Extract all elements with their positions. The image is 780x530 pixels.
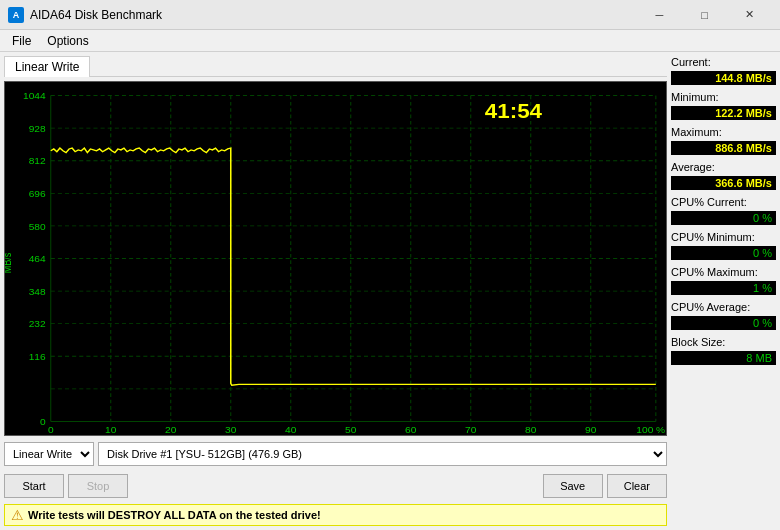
svg-text:116: 116 <box>29 351 46 361</box>
svg-text:464: 464 <box>29 254 47 264</box>
menu-bar: File Options <box>0 30 780 52</box>
svg-text:100 %: 100 % <box>636 425 665 435</box>
svg-text:0: 0 <box>40 417 46 427</box>
svg-text:1044: 1044 <box>23 91 46 101</box>
stop-button[interactable]: Stop <box>68 474 128 498</box>
controls-row: Linear Write Disk Drive #1 [YSU- 512GB] … <box>4 440 667 468</box>
start-button[interactable]: Start <box>4 474 64 498</box>
cpu-current-label: CPU% Current: <box>671 196 776 208</box>
svg-text:580: 580 <box>29 221 46 231</box>
tab-linear-write[interactable]: Linear Write <box>4 56 90 77</box>
svg-text:20: 20 <box>165 425 176 435</box>
app-icon: A <box>8 7 24 23</box>
current-label: Current: <box>671 56 776 68</box>
chart-svg: 1044 928 812 696 580 464 348 232 116 0 M… <box>5 82 666 435</box>
minimum-label: Minimum: <box>671 91 776 103</box>
current-value: 144.8 MB/s <box>671 71 776 85</box>
svg-text:70: 70 <box>465 425 476 435</box>
average-label: Average: <box>671 161 776 173</box>
left-panel: Linear Write <box>4 56 667 526</box>
warning-row: ⚠ Write tests will DESTROY ALL DATA on t… <box>4 504 667 526</box>
chart-area: 1044 928 812 696 580 464 348 232 116 0 M… <box>4 81 667 436</box>
cpu-maximum-label: CPU% Maximum: <box>671 266 776 278</box>
svg-text:MB/s: MB/s <box>5 253 13 274</box>
clear-button[interactable]: Clear <box>607 474 667 498</box>
tab-bar: Linear Write <box>4 56 667 77</box>
average-value: 366.6 MB/s <box>671 176 776 190</box>
cpu-minimum-label: CPU% Minimum: <box>671 231 776 243</box>
cpu-maximum-value: 1 % <box>671 281 776 295</box>
svg-text:348: 348 <box>29 286 46 296</box>
right-panel: Current: 144.8 MB/s Minimum: 122.2 MB/s … <box>671 56 776 526</box>
cpu-current-value: 0 % <box>671 211 776 225</box>
menu-options[interactable]: Options <box>39 32 96 50</box>
svg-text:696: 696 <box>29 188 46 198</box>
title-bar: A AIDA64 Disk Benchmark ─ □ ✕ <box>0 0 780 30</box>
benchmark-type-select[interactable]: Linear Write <box>4 442 94 466</box>
minimize-button[interactable]: ─ <box>637 0 682 30</box>
minimum-value: 122.2 MB/s <box>671 106 776 120</box>
blocksize-label: Block Size: <box>671 336 776 348</box>
disk-select[interactable]: Disk Drive #1 [YSU- 512GB] (476.9 GB) <box>98 442 667 466</box>
window-controls: ─ □ ✕ <box>637 0 772 30</box>
svg-text:80: 80 <box>525 425 536 435</box>
svg-text:30: 30 <box>225 425 236 435</box>
app-title: AIDA64 Disk Benchmark <box>30 8 637 22</box>
svg-text:50: 50 <box>345 425 356 435</box>
svg-text:812: 812 <box>29 156 46 166</box>
main-container: Linear Write <box>0 52 780 530</box>
svg-text:928: 928 <box>29 123 46 133</box>
svg-text:0: 0 <box>48 425 54 435</box>
cpu-minimum-value: 0 % <box>671 246 776 260</box>
buttons-row: Start Stop Save Clear <box>4 472 667 500</box>
warning-icon: ⚠ <box>11 507 24 523</box>
svg-text:40: 40 <box>285 425 296 435</box>
svg-text:60: 60 <box>405 425 416 435</box>
svg-text:41:54: 41:54 <box>485 100 542 122</box>
menu-file[interactable]: File <box>4 32 39 50</box>
blocksize-value: 8 MB <box>671 351 776 365</box>
close-button[interactable]: ✕ <box>727 0 772 30</box>
save-button[interactable]: Save <box>543 474 603 498</box>
cpu-average-value: 0 % <box>671 316 776 330</box>
maximum-value: 886.8 MB/s <box>671 141 776 155</box>
warning-text: Write tests will DESTROY ALL DATA on the… <box>28 509 321 521</box>
svg-text:10: 10 <box>105 425 116 435</box>
svg-text:90: 90 <box>585 425 596 435</box>
svg-text:232: 232 <box>29 319 46 329</box>
maximum-label: Maximum: <box>671 126 776 138</box>
cpu-average-label: CPU% Average: <box>671 301 776 313</box>
maximize-button[interactable]: □ <box>682 0 727 30</box>
